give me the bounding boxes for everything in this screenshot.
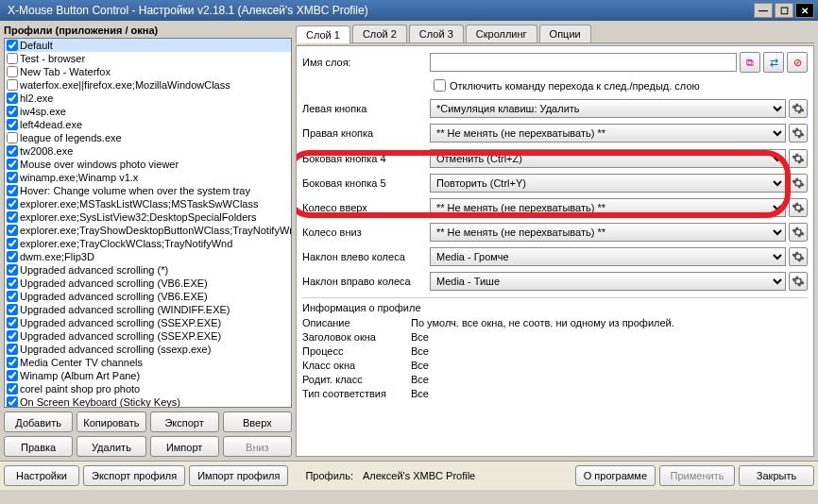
profile-item[interactable]: waterfox.exe||firefox.exe;MozillaWindowC…	[5, 78, 291, 92]
profile-item[interactable]: Upgraded advanced scrolling (VB6.EXE)	[5, 277, 291, 290]
profile-checkbox[interactable]	[7, 40, 18, 51]
mapping-combo[interactable]: Media - Громче	[430, 247, 786, 266]
profile-item[interactable]: explorer.exe;TrayClockWClass;TrayNotifyW…	[5, 237, 291, 250]
about-button[interactable]: О программе	[575, 465, 656, 486]
swap-icon[interactable]: ⇄	[763, 52, 784, 73]
import-profile-button[interactable]: Импорт профиля	[189, 465, 288, 486]
gear-icon[interactable]	[789, 124, 808, 143]
tab-2[interactable]: Слой 3	[409, 25, 464, 42]
profile-item[interactable]: hl2.exe	[5, 92, 291, 105]
gear-icon[interactable]	[789, 149, 808, 168]
profile-checkbox[interactable]	[7, 251, 18, 262]
maximize-button[interactable]: ☐	[775, 3, 793, 18]
profile-checkbox[interactable]	[7, 172, 18, 183]
profile-item[interactable]: New Tab - Waterfox	[5, 65, 291, 78]
profile-checkbox[interactable]	[7, 304, 18, 315]
reset-icon[interactable]: ⊘	[787, 52, 808, 73]
profile-item[interactable]: Winamp (Album Art Pane)	[5, 369, 291, 382]
profile-item[interactable]: explorer.exe;SysListView32;DesktopSpecia…	[5, 210, 291, 224]
profile-item[interactable]: winamp.exe;Winamp v1.x	[5, 171, 291, 184]
gear-icon[interactable]	[789, 198, 808, 217]
profile-checkbox[interactable]	[7, 119, 18, 130]
tab-0[interactable]: Слой 1	[296, 25, 350, 43]
profile-item[interactable]: Default	[5, 39, 291, 52]
profile-checkbox[interactable]	[7, 344, 18, 355]
profile-checkbox[interactable]	[7, 238, 18, 249]
profile-item[interactable]: dwm.exe;Flip3D	[5, 250, 291, 263]
profile-checkbox[interactable]	[7, 198, 18, 210]
вниз-button[interactable]: Вниз	[223, 436, 292, 457]
добавить-button[interactable]: Добавить	[4, 412, 73, 432]
tab-4[interactable]: Опции	[539, 25, 591, 42]
profile-item[interactable]: Upgraded advanced scrolling (WINDIFF.EXE…	[5, 303, 291, 316]
profile-item[interactable]: Test - browser	[5, 52, 291, 65]
profile-checkbox[interactable]	[7, 159, 18, 170]
settings-button[interactable]: Настройки	[4, 465, 79, 486]
profile-item[interactable]: left4dead.exe	[5, 118, 291, 131]
правка-button[interactable]: Правка	[4, 436, 73, 457]
profile-item[interactable]: Upgraded advanced scrolling (SSEXP.EXE)	[5, 316, 291, 329]
profile-item[interactable]: explorer.exe;TrayShowDesktopButtonWClass…	[5, 224, 291, 237]
tab-1[interactable]: Слой 2	[352, 25, 407, 42]
profile-checkbox[interactable]	[7, 132, 18, 143]
удалить-button[interactable]: Удалить	[77, 436, 145, 457]
profile-item[interactable]: On Screen Keyboard (Sticky Keys)	[5, 395, 291, 408]
disable-cmd-checkbox[interactable]	[434, 79, 446, 92]
tab-3[interactable]: Скроллинг	[466, 25, 537, 42]
gear-icon[interactable]	[789, 272, 808, 291]
profile-checkbox[interactable]	[7, 370, 18, 381]
profile-checkbox[interactable]	[7, 66, 18, 77]
экспорт-button[interactable]: Экспорт	[150, 412, 219, 432]
mapping-combo[interactable]: Media - Тише	[430, 272, 786, 291]
profile-checkbox[interactable]	[7, 357, 18, 368]
profile-item[interactable]: Upgraded advanced scrolling (*)	[5, 263, 291, 277]
profile-list[interactable]: DefaultTest - browserNew Tab - Waterfoxw…	[4, 38, 292, 408]
profile-checkbox[interactable]	[7, 185, 18, 196]
mapping-combo[interactable]: Повторить (Ctrl+Y)	[430, 174, 786, 193]
profile-item[interactable]: Media Center TV channels	[5, 356, 291, 369]
profile-checkbox[interactable]	[7, 383, 18, 395]
profile-item[interactable]: league of legends.exe	[5, 131, 291, 144]
mapping-combo[interactable]: Отменить (Ctrl+Z)	[430, 149, 786, 168]
profile-item[interactable]: explorer.exe;MSTaskListWClass;MSTaskSwWC…	[5, 197, 291, 210]
close-button-footer[interactable]: Закрыть	[739, 465, 814, 486]
close-button[interactable]: ✕	[795, 3, 814, 18]
gear-icon[interactable]	[789, 247, 808, 266]
импорт-button[interactable]: Импорт	[150, 436, 219, 457]
layer-name-input[interactable]	[430, 53, 737, 72]
profile-checkbox[interactable]	[7, 79, 18, 91]
profile-checkbox[interactable]	[7, 330, 18, 342]
profile-item[interactable]: Upgraded advanced scrolling (VB6.EXE)	[5, 290, 291, 303]
apply-button[interactable]: Применить	[659, 465, 735, 486]
minimize-button[interactable]: —	[754, 3, 773, 18]
profile-checkbox[interactable]	[7, 106, 18, 117]
mapping-combo[interactable]: ** Не менять (не перехватывать) **	[430, 198, 786, 217]
profile-item[interactable]: Upgraded advanced scrolling (ssexp.exe)	[5, 343, 291, 356]
profile-checkbox[interactable]	[7, 291, 18, 302]
export-profile-button[interactable]: Экспорт профиля	[83, 465, 185, 486]
profile-item[interactable]: Hover: Change volume when over the syste…	[5, 184, 291, 197]
profile-checkbox[interactable]	[7, 277, 18, 289]
profile-checkbox[interactable]	[7, 317, 18, 328]
копировать-button[interactable]: Копировать	[77, 412, 145, 432]
profile-checkbox[interactable]	[7, 225, 18, 236]
gear-icon[interactable]	[789, 174, 808, 193]
profile-item[interactable]: Mouse over windows photo viewer	[5, 158, 291, 171]
mapping-combo[interactable]: ** Не менять (не перехватывать) **	[430, 223, 786, 242]
profile-checkbox[interactable]	[7, 53, 18, 64]
profile-item[interactable]: Upgraded advanced scrolling (SSEXP.EXE)	[5, 329, 291, 343]
profile-checkbox[interactable]	[7, 92, 18, 104]
profile-checkbox[interactable]	[7, 145, 18, 157]
profile-item[interactable]: iw4sp.exe	[5, 105, 291, 118]
profile-item[interactable]: corel paint shop pro photo	[5, 382, 291, 395]
вверх-button[interactable]: Вверх	[223, 412, 292, 432]
profile-item[interactable]: tw2008.exe	[5, 144, 291, 158]
profile-checkbox[interactable]	[7, 396, 18, 408]
copy-icon[interactable]: ⧉	[740, 52, 760, 73]
profile-checkbox[interactable]	[7, 211, 18, 223]
gear-icon[interactable]	[789, 99, 808, 118]
mapping-combo[interactable]: ** Не менять (не перехватывать) **	[430, 124, 786, 143]
mapping-combo[interactable]: *Симуляция клавиш: Удалить	[430, 99, 786, 118]
profile-checkbox[interactable]	[7, 264, 18, 276]
gear-icon[interactable]	[789, 223, 808, 242]
